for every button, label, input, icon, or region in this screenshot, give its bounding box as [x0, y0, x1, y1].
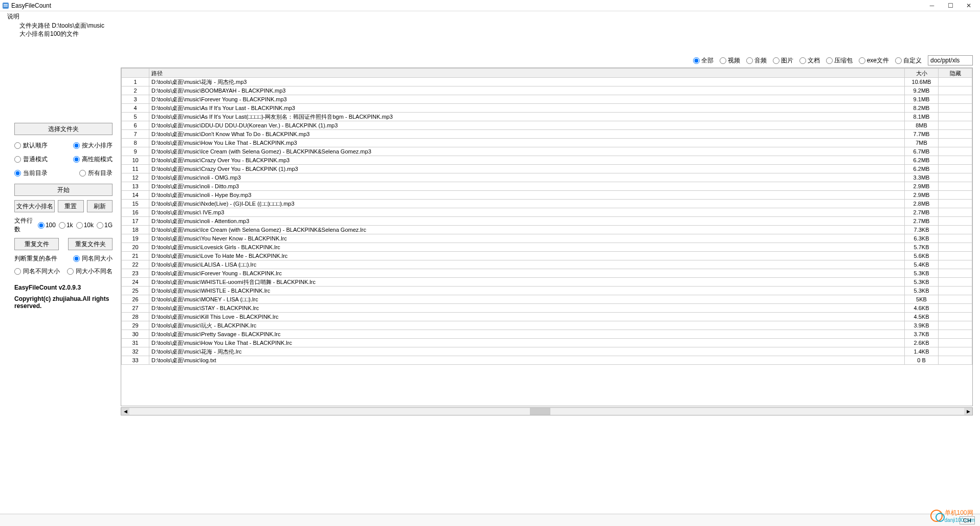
- table-row[interactable]: 15D:\tools\桌面\music\Nxde(Live) - (G)I-DL…: [122, 200, 972, 208]
- filter-custom-input[interactable]: [928, 55, 973, 65]
- row-size: 6.7MB: [905, 147, 939, 156]
- sort-size-radio[interactable]: 按大小排序: [73, 141, 113, 150]
- rows-1k-radio[interactable]: 1k: [59, 222, 73, 229]
- table-header-row: 路径 大小 隐藏: [122, 69, 972, 78]
- table-row[interactable]: 11D:\tools\桌面\music\Crazy Over You - BLA…: [122, 165, 972, 173]
- row-path: D:\tools\桌面\music\Ice Cream (with Selena…: [149, 147, 905, 156]
- table-row[interactable]: 6D:\tools\桌面\music\DDU-DU DDU-DU(Korean …: [122, 121, 972, 130]
- cond-name-size-radio[interactable]: 同名同大小: [73, 254, 113, 263]
- table-row[interactable]: 4D:\tools\桌面\music\As If It's Your Last …: [122, 104, 972, 113]
- menu-help[interactable]: 说明: [4, 11, 23, 22]
- table-row[interactable]: 24D:\tools\桌面\music\WHISTLE-uoomi抖音口哨舞 -…: [122, 278, 972, 287]
- table-row[interactable]: 32D:\tools\桌面\music\花海 - 周杰伦.lrc1.4KB: [122, 347, 972, 356]
- row-number: 26: [122, 295, 149, 304]
- rows-1g-radio[interactable]: 1G: [97, 222, 113, 229]
- row-path: D:\tools\桌面\music\noli - OMG.mp3: [149, 173, 905, 182]
- row-hidden: [939, 208, 972, 217]
- table-row[interactable]: 29D:\tools\桌面\music\玩火 - BLACKPINK.lrc3.…: [122, 321, 972, 330]
- table-row[interactable]: 12D:\tools\桌面\music\noli - OMG.mp33.3MB: [122, 173, 972, 182]
- row-number: 23: [122, 269, 149, 278]
- file-rank-button[interactable]: 文件大小排名: [14, 200, 55, 212]
- scroll-right-arrow-icon[interactable]: ▶: [964, 408, 972, 415]
- row-path: D:\tools\桌面\music\noli - Attention.mp3: [149, 217, 905, 226]
- row-size: 4.6KB: [905, 304, 939, 313]
- dup-folders-button[interactable]: 重复文件夹: [68, 238, 113, 250]
- table-row[interactable]: 30D:\tools\桌面\music\Pretty Savage - BLAC…: [122, 330, 972, 339]
- row-size: 9.1MB: [905, 95, 939, 104]
- watermark-url: danji100.com: [945, 517, 975, 523]
- rows-10k-radio[interactable]: 10k: [76, 222, 94, 229]
- cond-name-diff-size-radio[interactable]: 同名不同大小: [14, 267, 60, 276]
- refresh-button[interactable]: 刷新: [87, 200, 113, 212]
- choose-folder-button[interactable]: 选择文件夹: [14, 123, 113, 135]
- table-row[interactable]: 20D:\tools\桌面\music\Lovesick Girls - BLA…: [122, 243, 972, 252]
- filter-audio[interactable]: 音频: [746, 56, 767, 65]
- row-path: D:\tools\桌面\music\花海 - 周杰伦.mp3: [149, 78, 905, 86]
- row-path: D:\tools\桌面\music\As If It's Your Last -…: [149, 104, 905, 113]
- col-hidden-header[interactable]: 隐藏: [939, 69, 972, 78]
- row-hidden: [939, 147, 972, 156]
- table-row[interactable]: 5D:\tools\桌面\music\As If It's Your Last(…: [122, 113, 972, 121]
- table-row[interactable]: 23D:\tools\桌面\music\Forever Young - BLAC…: [122, 269, 972, 278]
- table-row[interactable]: 26D:\tools\桌面\music\MONEY - LISA (□□).lr…: [122, 295, 972, 304]
- table-row[interactable]: 25D:\tools\桌面\music\WHISTLE - BLACKPINK.…: [122, 287, 972, 295]
- row-hidden: [939, 165, 972, 173]
- table-row[interactable]: 7D:\tools\桌面\music\Don't Know What To Do…: [122, 130, 972, 139]
- rows-100-radio[interactable]: 100: [38, 222, 56, 229]
- table-row[interactable]: 16D:\tools\桌面\music\ IVE.mp32.7MB: [122, 208, 972, 217]
- table-row[interactable]: 10D:\tools\桌面\music\Crazy Over You - BLA…: [122, 156, 972, 165]
- table-row[interactable]: 28D:\tools\桌面\music\Kill This Love - BLA…: [122, 313, 972, 321]
- row-number: 17: [122, 217, 149, 226]
- row-number: 11: [122, 165, 149, 173]
- cond-size-diff-name-radio[interactable]: 同大小不同名: [67, 267, 113, 276]
- minimize-button[interactable]: ─: [923, 1, 941, 11]
- mode-normal-radio[interactable]: 普通模式: [14, 155, 48, 164]
- table-row[interactable]: 3D:\tools\桌面\music\Forever Young - BLACK…: [122, 95, 972, 104]
- dup-files-button[interactable]: 重复文件: [14, 238, 59, 250]
- filter-image[interactable]: 图片: [773, 56, 793, 65]
- sort-default-radio[interactable]: 默认顺序: [14, 141, 48, 150]
- row-path: D:\tools\桌面\music\noli - Hype Boy.mp3: [149, 191, 905, 200]
- table-row[interactable]: 19D:\tools\桌面\music\You Never Know - BLA…: [122, 234, 972, 243]
- filter-document[interactable]: 文档: [799, 56, 820, 65]
- dir-current-radio[interactable]: 当前目录: [14, 169, 48, 178]
- table-row[interactable]: 2D:\tools\桌面\music\BOOMBAYAH - BLACKPINK…: [122, 86, 972, 95]
- table-row[interactable]: 13D:\tools\桌面\music\noli - Ditto.mp32.9M…: [122, 182, 972, 191]
- table-row[interactable]: 14D:\tools\桌面\music\noli - Hype Boy.mp32…: [122, 191, 972, 200]
- table-row[interactable]: 9D:\tools\桌面\music\Ice Cream (with Selen…: [122, 147, 972, 156]
- filter-exe[interactable]: exe文件: [859, 56, 889, 65]
- maximize-button[interactable]: ☐: [941, 1, 960, 11]
- mode-perf-radio[interactable]: 高性能模式: [73, 155, 113, 164]
- dir-all-radio[interactable]: 所有目录: [79, 169, 113, 178]
- table-row[interactable]: 27D:\tools\桌面\music\STAY - BLACKPINK.lrc…: [122, 304, 972, 313]
- filter-row: 全部 视频 音频 图片 文档 压缩包 exe文件 自定义: [693, 55, 973, 65]
- row-path: D:\tools\桌面\music\花海 - 周杰伦.lrc: [149, 347, 905, 356]
- file-table: 路径 大小 隐藏 1D:\tools\桌面\music\花海 - 周杰伦.mp3…: [121, 68, 973, 406]
- close-button[interactable]: ✕: [960, 1, 978, 11]
- scroll-thumb[interactable]: [530, 408, 550, 415]
- reset-button[interactable]: 重置: [58, 200, 83, 212]
- filter-video[interactable]: 视频: [720, 56, 740, 65]
- filter-custom[interactable]: 自定义: [895, 56, 922, 65]
- col-size-header[interactable]: 大小: [905, 69, 939, 78]
- row-path: D:\tools\桌面\music\STAY - BLACKPINK.lrc: [149, 304, 905, 313]
- table-row[interactable]: 8D:\tools\桌面\music\How You Like That - B…: [122, 139, 972, 147]
- table-row[interactable]: 17D:\tools\桌面\music\noli - Attention.mp3…: [122, 217, 972, 226]
- horizontal-scrollbar[interactable]: ◀ ▶: [121, 407, 973, 415]
- table-row[interactable]: 18D:\tools\桌面\music\Ice Cream (with Sele…: [122, 226, 972, 234]
- table-row[interactable]: 33D:\tools\桌面\music\log.txt0 B: [122, 356, 972, 365]
- filter-all[interactable]: 全部: [693, 56, 714, 65]
- table-row[interactable]: 31D:\tools\桌面\music\How You Like That - …: [122, 339, 972, 347]
- table-row[interactable]: 1D:\tools\桌面\music\花海 - 周杰伦.mp310.6MB: [122, 78, 972, 86]
- filter-archive[interactable]: 压缩包: [826, 56, 853, 65]
- scroll-track[interactable]: [129, 408, 964, 415]
- row-hidden: [939, 347, 972, 356]
- col-path-header[interactable]: 路径: [149, 69, 905, 78]
- table-row[interactable]: 21D:\tools\桌面\music\Love To Hate Me - BL…: [122, 252, 972, 260]
- scroll-left-arrow-icon[interactable]: ◀: [121, 408, 129, 415]
- table-row[interactable]: 22D:\tools\桌面\music\LALISA - LISA (□□).l…: [122, 260, 972, 269]
- row-size: 7.7MB: [905, 130, 939, 139]
- start-button[interactable]: 开始: [14, 184, 113, 196]
- col-num-header[interactable]: [122, 69, 149, 78]
- row-number: 13: [122, 182, 149, 191]
